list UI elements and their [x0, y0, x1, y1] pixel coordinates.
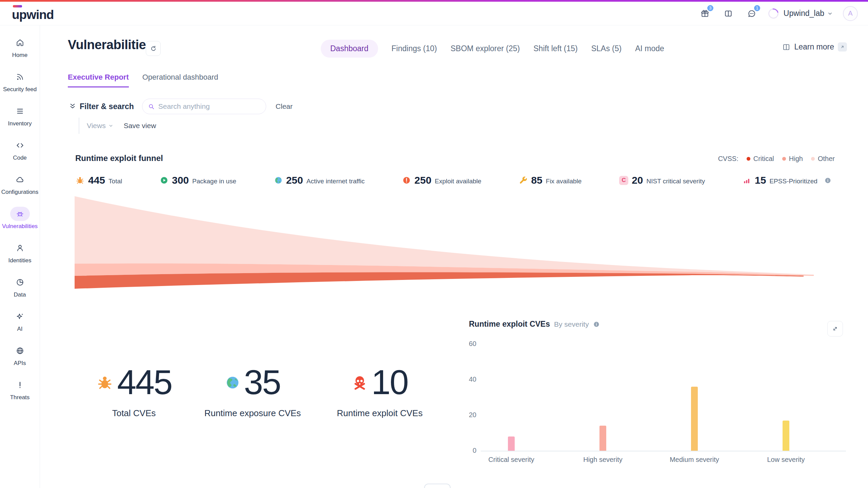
sub-tabs: Executive Report Operational dashboard: [68, 73, 218, 87]
chart-bar[interactable]: [508, 436, 515, 451]
funnel-stat-exploit-available: 250 Exploit available: [402, 175, 481, 186]
home-icon: [16, 38, 24, 47]
tab-sbom-explorer[interactable]: SBOM explorer (25): [451, 44, 520, 53]
tab-shift-left[interactable]: Shift left (15): [533, 44, 577, 53]
code-brackets-icon: [16, 141, 24, 150]
earth-icon: [225, 375, 240, 390]
main-content: Vulnerabilities Dashboard Findings (10) …: [40, 25, 868, 488]
x-axis-label: High severity: [557, 456, 649, 464]
save-view-button[interactable]: Save view: [124, 122, 156, 130]
bug-icon: [96, 374, 114, 391]
filter-row: Filter & search Clear: [69, 99, 293, 114]
sidebar-item-home[interactable]: Home: [0, 36, 40, 70]
legend-dot: [747, 157, 750, 161]
sidebar-item-vulnerabilities[interactable]: Vulnerabilities: [0, 207, 40, 241]
tab-ai-mode[interactable]: AI mode: [635, 44, 664, 53]
main-tabs: Dashboard Findings (10) SBOM explorer (2…: [321, 40, 664, 57]
info-icon[interactable]: [824, 177, 831, 184]
sidebar-item-configurations[interactable]: Configurations: [0, 172, 40, 207]
refresh-button[interactable]: [146, 41, 161, 56]
chart-bar[interactable]: [783, 421, 789, 451]
brand-name: upwind: [12, 8, 54, 22]
bug-icon: [75, 176, 85, 185]
avatar[interactable]: A: [843, 6, 858, 21]
chart-title: Runtime exploit CVEs: [469, 320, 550, 329]
expand-chart-button[interactable]: [827, 321, 843, 337]
chart-header: Runtime exploit CVEs By severity: [469, 320, 600, 329]
sparkle-icon: [16, 312, 24, 321]
funnel-stat-nist-critical: C 20 NIST critical severity: [619, 175, 705, 186]
chart-bar[interactable]: [691, 387, 698, 451]
subtab-executive-report[interactable]: Executive Report: [68, 73, 129, 87]
scroll-peek-button[interactable]: [424, 484, 451, 488]
learn-more-label: Learn more: [794, 42, 834, 52]
runtime-exploit-funnel-chart: [75, 194, 817, 294]
severity-bar-chart: [466, 344, 832, 451]
info-icon[interactable]: [593, 321, 600, 328]
sidebar-item-identities[interactable]: Identities: [0, 241, 40, 275]
gift-button[interactable]: 3: [698, 7, 712, 20]
page-title: Vulnerabilities: [68, 38, 153, 52]
tab-dashboard[interactable]: Dashboard: [321, 40, 378, 58]
subtab-operational-dashboard[interactable]: Operational dashboard: [142, 73, 218, 87]
tab-slas[interactable]: SLAs (5): [591, 44, 622, 53]
rss-icon: [16, 73, 24, 81]
funnel-layer-critical: [75, 272, 804, 289]
big-stat-runtime-exploit-cves: 10 Runtime exploit CVEs: [322, 364, 437, 419]
chart-bar[interactable]: [599, 426, 606, 451]
views-row: Views Save view: [87, 122, 156, 130]
bug-icon: [16, 209, 24, 218]
sidebar: Home Security feed Inventory Code Config…: [0, 25, 40, 488]
legend-item-other: Other: [811, 155, 835, 163]
epss-bars-icon: [743, 176, 751, 185]
cloud-icon: [16, 175, 24, 184]
funnel-stat-active-internet-traffic: 250 Active internet traffic: [274, 175, 365, 186]
sidebar-item-data[interactable]: Data: [0, 275, 40, 309]
chevron-down-icon: [827, 11, 833, 17]
x-axis-labels: Critical severity High severity Medium s…: [466, 456, 832, 464]
x-axis-label: Critical severity: [466, 456, 557, 464]
play-circle-icon: [160, 176, 169, 185]
skull-crossbones-icon: [352, 374, 368, 391]
big-stat-runtime-exposure-cves: 35 Runtime exposure CVEs: [195, 364, 310, 419]
org-switcher[interactable]: Upwind_lab: [784, 9, 833, 18]
x-axis-line: [481, 451, 846, 451]
brand-logo-accent: [13, 5, 22, 7]
wrench-icon: [519, 176, 528, 185]
clear-button[interactable]: Clear: [276, 102, 293, 110]
panel-button[interactable]: [722, 7, 735, 20]
book-icon: [782, 43, 790, 51]
globe-icon: [16, 346, 24, 355]
gift-badge: 3: [707, 4, 714, 12]
chevron-down-icon: [108, 123, 114, 128]
brand-logo[interactable]: upwind: [12, 5, 54, 22]
learn-more-link[interactable]: Learn more: [782, 42, 847, 52]
search-input[interactable]: [158, 102, 253, 110]
funnel-layer-other: [75, 196, 814, 275]
search-icon: [148, 103, 155, 110]
tab-findings[interactable]: Findings (10): [392, 44, 437, 53]
chat-badge: 1: [753, 4, 761, 12]
legend-item-critical: Critical: [747, 155, 774, 163]
sidebar-item-security-feed[interactable]: Security feed: [0, 70, 40, 104]
sidebar-item-code[interactable]: Code: [0, 138, 40, 172]
funnel-stat-epss-prioritized: 15 EPSS-Prioritized: [743, 175, 831, 186]
top-bar: upwind 3 1 Upwind_lab A: [0, 2, 868, 25]
views-dropdown[interactable]: Views: [87, 122, 114, 130]
views-divider: [79, 118, 79, 134]
external-link-icon: [838, 42, 847, 52]
expand-icon: [832, 325, 839, 332]
list-icon: [16, 107, 24, 116]
feedback-button[interactable]: 1: [745, 7, 758, 20]
person-icon: [16, 244, 24, 252]
sidebar-item-threats[interactable]: Threats: [0, 378, 40, 412]
sidebar-item-apis[interactable]: APIs: [0, 344, 40, 378]
sidebar-item-inventory[interactable]: Inventory: [0, 104, 40, 138]
sidebar-item-ai[interactable]: AI: [0, 309, 40, 344]
search-box: [142, 99, 266, 114]
legend-dot: [811, 157, 815, 161]
funnel-stats-row: 445 Total 300 Package in use 250 Active …: [75, 175, 831, 186]
org-name: Upwind_lab: [784, 9, 824, 18]
legend-item-high: High: [782, 155, 803, 163]
double-chevron-down-icon[interactable]: [69, 103, 76, 110]
